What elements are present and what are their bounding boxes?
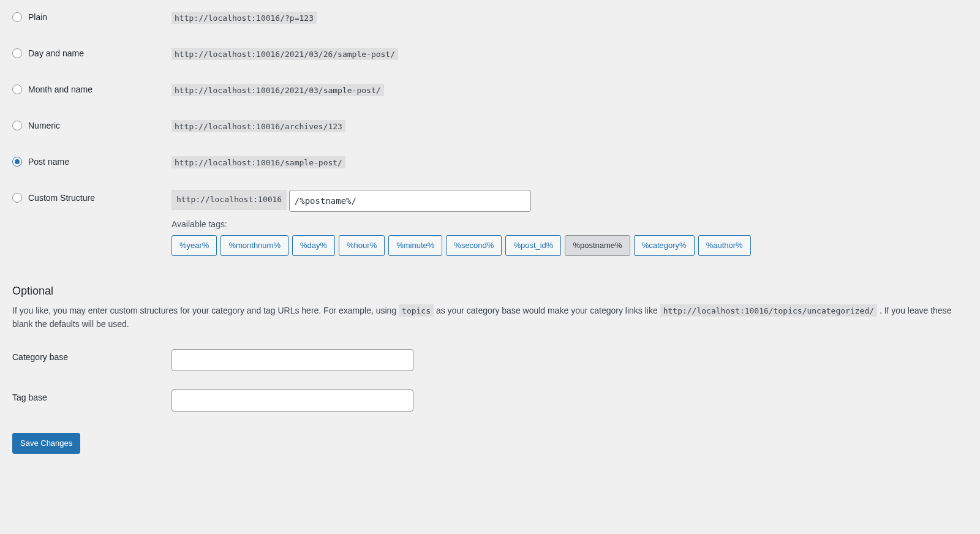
desc-text: as your category base would make your ca…: [436, 306, 660, 315]
permalink-radio[interactable]: [12, 121, 22, 130]
category-base-input[interactable]: [172, 349, 413, 371]
tag-button-post_id[interactable]: %post_id%: [505, 235, 561, 256]
optional-heading: Optional: [12, 285, 968, 298]
tag-button-minute[interactable]: %minute%: [388, 235, 442, 256]
optional-table: Category base Tag base: [12, 340, 968, 421]
desc-text: If you like, you may enter custom struct…: [12, 306, 399, 315]
tag-button-monthnum[interactable]: %monthnum%: [221, 235, 288, 256]
permalink-radio[interactable]: [12, 85, 22, 94]
tag-button-year[interactable]: %year%: [172, 235, 217, 256]
category-base-label: Category base: [12, 352, 68, 362]
permalink-option-post-name[interactable]: Post name: [12, 157, 69, 167]
desc-code-url: http://localhost:10016/topics/uncategori…: [660, 304, 877, 317]
permalink-radio[interactable]: [12, 193, 22, 203]
permalink-option-numeric[interactable]: Numeric: [12, 121, 60, 130]
tag-base-input[interactable]: [172, 389, 413, 412]
permalink-example-url: http://localhost:10016/2021/03/sample-po…: [172, 84, 384, 96]
permalink-option-label: Day and name: [28, 48, 84, 58]
tag-base-label: Tag base: [12, 393, 47, 402]
permalink-option-custom-structure[interactable]: Custom Structure: [12, 193, 95, 203]
permalink-example-url: http://localhost:10016/2021/03/26/sample…: [172, 48, 398, 60]
permalink-radio[interactable]: [12, 157, 22, 167]
permalink-example-url: http://localhost:10016/?p=123: [172, 12, 317, 24]
permalink-structure-table: Plainhttp://localhost:10016/?p=123Day an…: [12, 0, 968, 265]
permalink-option-label: Plain: [28, 12, 47, 22]
permalink-option-month-and-name[interactable]: Month and name: [12, 85, 92, 94]
permalink-option-plain[interactable]: Plain: [12, 12, 47, 22]
desc-code-topics: topics: [399, 304, 434, 317]
tag-button-author[interactable]: %author%: [698, 235, 751, 256]
permalink-example-url: http://localhost:10016/archives/123: [172, 120, 345, 132]
save-changes-button[interactable]: Save Changes: [12, 433, 80, 454]
permalink-option-label: Post name: [28, 157, 69, 167]
tag-button-category[interactable]: %category%: [634, 235, 695, 256]
tag-button-second[interactable]: %second%: [446, 235, 502, 256]
available-tags-label: Available tags:: [172, 219, 962, 229]
permalink-example-url: http://localhost:10016/sample-post/: [172, 156, 345, 168]
permalink-option-day-and-name[interactable]: Day and name: [12, 48, 84, 58]
custom-structure-base-url: http://localhost:10016: [172, 190, 287, 210]
permalink-radio[interactable]: [12, 12, 22, 22]
permalink-option-label: Custom Structure: [28, 193, 95, 203]
optional-description: If you like, you may enter custom struct…: [12, 304, 968, 331]
available-tags: %year%%monthnum%%day%%hour%%minute%%seco…: [172, 235, 962, 256]
tag-button-hour[interactable]: %hour%: [339, 235, 385, 256]
permalink-option-label: Month and name: [28, 85, 92, 94]
tag-button-postname[interactable]: %postname%: [565, 235, 630, 256]
permalink-option-label: Numeric: [28, 121, 60, 130]
custom-structure-input[interactable]: [289, 190, 531, 212]
permalink-radio[interactable]: [12, 48, 22, 58]
tag-button-day[interactable]: %day%: [292, 235, 335, 256]
